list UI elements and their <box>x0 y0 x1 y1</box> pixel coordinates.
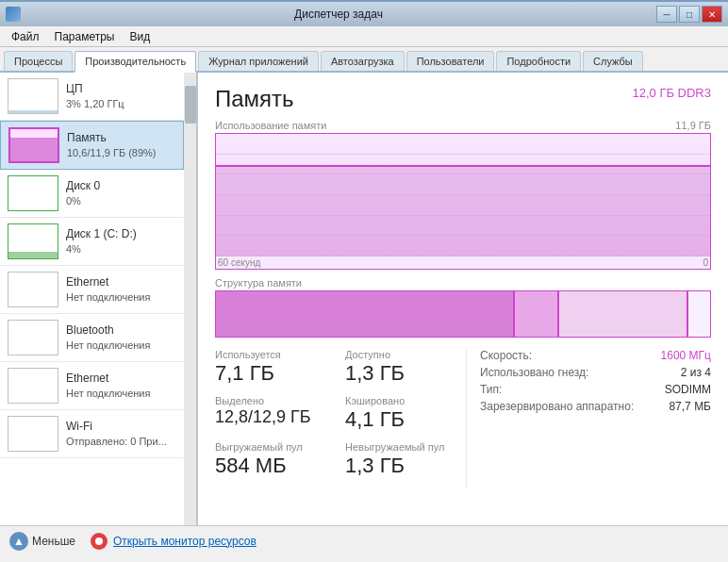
struct-graph <box>215 290 711 338</box>
struct-used <box>216 291 513 337</box>
tab-performance[interactable]: Производительность <box>74 51 196 73</box>
sidebar-label-ethernet2: Ethernet Нет подключения <box>66 371 150 401</box>
menu-params[interactable]: Параметры <box>47 28 123 45</box>
sidebar-scrollbar[interactable] <box>184 73 197 525</box>
right-stats: Скорость: 1600 МГц Использовано гнезд: 2… <box>466 349 711 488</box>
less-button[interactable]: ▲ Меньше <box>9 532 75 551</box>
sidebar-thumb-ethernet1 <box>8 272 58 307</box>
title-bar-left <box>6 7 21 22</box>
struct-modified <box>515 291 557 337</box>
monitor-link[interactable]: Открыть монитор ресурсов <box>113 535 256 548</box>
menu-file[interactable]: Файл <box>4 28 47 45</box>
sidebar-label-disk1: Диск 1 (C: D:) 4% <box>66 226 137 256</box>
sidebar-label-memory: Память 10,6/11,9 ГБ (89%) <box>67 130 157 160</box>
close-button[interactable]: ✕ <box>702 6 722 23</box>
sidebar-thumb-disk1 <box>8 223 58 259</box>
sidebar-item-ethernet2[interactable]: Ethernet Нет подключения <box>0 362 184 410</box>
menu-bar: Файл Параметры Вид <box>0 26 728 47</box>
detail-title: Память <box>215 86 294 112</box>
sidebar-item-disk0[interactable]: Диск 0 0% <box>0 170 184 218</box>
sidebar-thumb-memory <box>8 127 59 163</box>
tab-processes[interactable]: Процессы <box>4 51 73 71</box>
detail-spec: 12,0 ГБ DDR3 <box>633 86 712 100</box>
struct-free <box>688 291 710 337</box>
tab-app-history[interactable]: Журнал приложений <box>198 51 319 71</box>
sidebar-wrapper: ЦП 3% 1,20 ГГц Память 10,6/11,9 ГБ (89%) <box>0 73 198 525</box>
window-title: Диспетчер задач <box>21 8 656 21</box>
sidebar-thumb-cpu <box>8 78 58 114</box>
monitor-icon <box>91 533 108 550</box>
minimize-button[interactable]: ─ <box>656 6 677 23</box>
less-label: Меньше <box>32 535 75 548</box>
detail-panel: Память 12,0 ГБ DDR3 Использование памяти… <box>198 73 728 525</box>
stat-cached: Кэшировано 4,1 ГБ <box>345 395 466 432</box>
sidebar-item-ethernet1[interactable]: Ethernet Нет подключения <box>0 266 184 314</box>
monitor-icon-inner <box>95 537 103 545</box>
sidebar-item-disk1[interactable]: Диск 1 (C: D:) 4% <box>0 218 184 266</box>
right-stat-reserved: Зарезервировано аппаратно: 87,7 МБ <box>480 400 711 413</box>
window-controls: ─ □ ✕ <box>656 6 722 23</box>
maximize-button[interactable]: □ <box>679 6 700 23</box>
grid-line-1 <box>216 134 710 155</box>
tab-startup[interactable]: Автозагрузка <box>321 51 405 71</box>
graph-zero-label: 0 <box>703 257 708 268</box>
graph-fill <box>216 165 710 257</box>
left-stats: Используется 7,1 ГБ Доступно 1,3 ГБ Выде… <box>215 349 466 488</box>
sidebar-item-bluetooth[interactable]: Bluetooth Нет подключения <box>0 314 184 362</box>
sidebar-label-wifi: Wi-Fi Отправлено: 0 При... <box>66 419 167 449</box>
tabs-bar: Процессы Производительность Журнал прило… <box>0 47 728 73</box>
sidebar-label-bluetooth: Bluetooth Нет подключения <box>66 322 150 353</box>
sidebar-item-wifi[interactable]: Wi-Fi Отправлено: 0 При... <box>0 410 184 458</box>
stat-swap: Выгружаемый пул 584 МБ <box>215 441 336 478</box>
stats-grid: Используется 7,1 ГБ Доступно 1,3 ГБ Выде… <box>215 349 466 488</box>
stats-section: Используется 7,1 ГБ Доступно 1,3 ГБ Выде… <box>215 349 711 488</box>
stat-alloc: Выделено 12,8/12,9 ГБ <box>215 395 336 432</box>
tab-services[interactable]: Службы <box>583 51 643 71</box>
sidebar-label-ethernet1: Ethernet Нет подключения <box>66 274 150 305</box>
sidebar-thumb-bluetooth <box>8 320 58 355</box>
stat-used: Используется 7,1 ГБ <box>215 349 336 386</box>
sidebar-thumb-disk0 <box>8 175 58 211</box>
sidebar-thumb-ethernet2 <box>8 368 58 404</box>
sidebar: ЦП 3% 1,20 ГГц Память 10,6/11,9 ГБ (89%) <box>0 73 184 525</box>
app-icon <box>6 7 21 22</box>
graph-footer: 60 секунд 0 <box>216 256 710 269</box>
tab-details[interactable]: Подробности <box>496 51 581 71</box>
struct-label: Структура памяти <box>215 277 711 289</box>
right-stat-slots: Использовано гнезд: 2 из 4 <box>480 366 711 379</box>
detail-header: Память 12,0 ГБ DDR3 <box>215 86 711 112</box>
monitor-link-container: Открыть монитор ресурсов <box>91 533 256 550</box>
sidebar-item-memory[interactable]: Память 10,6/11,9 ГБ (89%) <box>0 121 184 170</box>
struct-standby <box>559 291 687 337</box>
usage-label: Использование памяти 11,9 ГБ <box>215 120 711 131</box>
sidebar-item-cpu[interactable]: ЦП 3% 1,20 ГГц <box>0 73 184 121</box>
usage-graph-container: 60 секунд 0 <box>215 133 711 270</box>
sidebar-label-disk0: Диск 0 0% <box>66 178 100 208</box>
graph-time-label: 60 секунд <box>218 257 260 268</box>
sidebar-label-cpu: ЦП 3% 1,20 ГГц <box>66 81 124 111</box>
sidebar-thumb-wifi <box>8 416 58 452</box>
tab-users[interactable]: Пользователи <box>406 51 495 71</box>
stat-noswap: Невыгружаемый пул 1,3 ГБ <box>345 441 466 478</box>
menu-view[interactable]: Вид <box>122 28 157 45</box>
right-stat-speed: Скорость: 1600 МГц <box>480 349 711 362</box>
right-stat-type: Тип: SODIMM <box>480 383 711 396</box>
scrollbar-thumb <box>185 86 196 124</box>
main-content: ЦП 3% 1,20 ГГц Память 10,6/11,9 ГБ (89%) <box>0 73 728 525</box>
usage-graph <box>216 134 710 256</box>
title-bar: Диспетчер задач ─ □ ✕ <box>0 0 728 26</box>
less-icon: ▲ <box>9 532 28 551</box>
stat-avail: Доступно 1,3 ГБ <box>345 349 466 386</box>
bottom-bar: ▲ Меньше Открыть монитор ресурсов <box>0 525 728 555</box>
